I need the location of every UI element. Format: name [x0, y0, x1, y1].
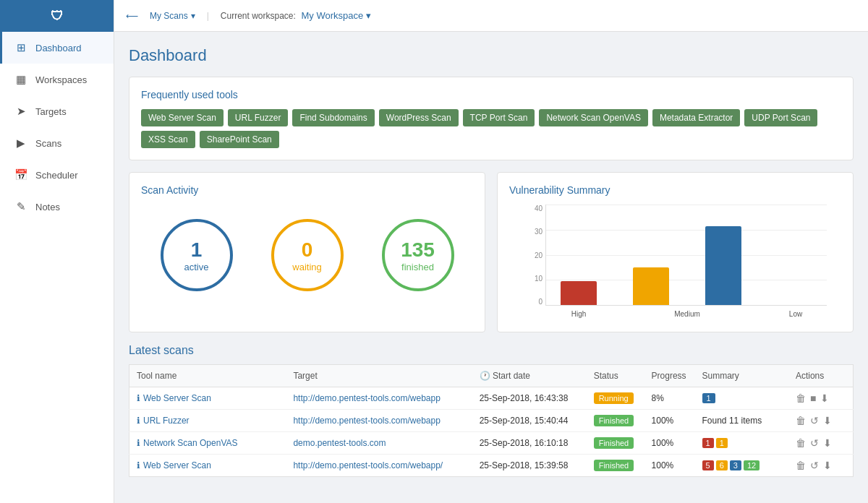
download-icon[interactable]: ⬇ [823, 460, 832, 471]
bar-low-group: Low [705, 226, 741, 305]
sidebar-item-targets[interactable]: ➤ Targets [0, 95, 114, 127]
refresh-icon[interactable]: ↺ [810, 415, 819, 426]
refresh-icon[interactable]: ↺ [810, 460, 819, 471]
download-icon[interactable]: ⬇ [823, 415, 832, 426]
cell-date: 25-Sep-2018, 16:10:18 [472, 432, 587, 455]
target-link[interactable]: demo.pentest-tools.com [293, 438, 386, 448]
status-badge: Finished [594, 460, 634, 471]
sidebar: 🛡 ⊞ Dashboard ▦ Workspaces ➤ Targets ▶ S… [0, 0, 114, 503]
tool-button-url-fuzzer[interactable]: URL Fuzzer [228, 109, 289, 126]
tool-button-find-subdomains[interactable]: Find Subdomains [292, 109, 374, 126]
tool-button-wordpress-scan[interactable]: WordPress Scan [379, 109, 459, 126]
refresh-icon[interactable]: ↺ [810, 437, 819, 449]
col-header-tool: Tool name [129, 365, 286, 387]
circles-row: 1 active 0 waiting 135 finished [141, 205, 473, 306]
sidebar-item-workspaces[interactable]: ▦ Workspaces [0, 64, 114, 95]
scan-activity-title: Scan Activity [141, 184, 473, 196]
cell-actions: 🗑■⬇ [788, 387, 854, 410]
cell-summary: Found 11 items [695, 410, 788, 432]
tool-button-sharepoint-scan[interactable]: SharePoint Scan [200, 131, 279, 148]
col-header-date: 🕐 Start date [472, 365, 587, 387]
sidebar-label-scans: Scans [35, 138, 61, 149]
finished-label: finished [401, 262, 434, 272]
action-icons: 🗑↺⬇ [796, 437, 846, 449]
cell-status: Finished [587, 410, 644, 432]
tool-button-tcp-port-scan[interactable]: TCP Port Scan [463, 109, 535, 126]
cell-target: http://demo.pentest-tools.com/webapp [286, 387, 472, 410]
nav-divider: | [207, 11, 209, 21]
summary-badge: 1 [702, 393, 715, 403]
target-link[interactable]: http://demo.pentest-tools.com/webapp/ [293, 460, 443, 470]
tool-link[interactable]: Web Server Scan [143, 460, 211, 470]
top-nav: ⟵ My Scans ▾ | Current workspace: My Wor… [114, 0, 868, 32]
tool-button-metadata-extractor[interactable]: Metadata Extractor [652, 109, 740, 126]
page-title: Dashboard [129, 46, 854, 65]
cell-actions: 🗑↺⬇ [788, 432, 854, 455]
table-row: ℹNetwork Scan OpenVASdemo.pentest-tools.… [129, 432, 854, 455]
frequently-used-title: Frequently used tools [141, 89, 841, 100]
cell-progress: 100% [644, 455, 695, 477]
y-axis-40: 40 [516, 205, 542, 212]
waiting-count: 0 [302, 238, 313, 262]
cell-progress: 8% [644, 387, 695, 410]
dashboard-icon: ⊞ [14, 40, 28, 55]
workspace-name: My Workspace [301, 10, 363, 21]
waiting-circle-item: 0 waiting [271, 219, 344, 291]
breadcrumb-label: My Scans [150, 11, 188, 21]
sidebar-item-dashboard[interactable]: ⊞ Dashboard [0, 32, 114, 64]
y-axis-10: 10 [516, 275, 542, 283]
active-count: 1 [191, 238, 203, 262]
delete-icon[interactable]: 🗑 [796, 437, 806, 449]
cell-date: 25-Sep-2018, 15:40:44 [472, 410, 587, 432]
cell-date: 25-Sep-2018, 15:39:58 [472, 455, 587, 477]
tool-link[interactable]: Network Scan OpenVAS [143, 438, 238, 448]
scan-activity-card: Scan Activity 1 active 0 waiting [129, 172, 485, 332]
target-link[interactable]: http://demo.pentest-tools.com/webapp [293, 393, 440, 403]
delete-icon[interactable]: 🗑 [796, 392, 806, 404]
summary-nums: 11 [702, 438, 781, 448]
sidebar-label-dashboard: Dashboard [35, 43, 82, 53]
download-icon[interactable]: ⬇ [820, 392, 829, 404]
stop-icon[interactable]: ■ [810, 392, 816, 404]
sidebar-item-scans[interactable]: ▶ Scans [0, 127, 114, 159]
scheduler-icon: 📅 [14, 168, 28, 182]
tool-button-xss-scan[interactable]: XSS Scan [141, 131, 195, 148]
cell-progress: 100% [644, 410, 695, 432]
finished-circle-item: 135 finished [382, 219, 454, 291]
tool-link[interactable]: URL Fuzzer [143, 416, 190, 426]
summary-nums: 56312 [702, 460, 781, 470]
bar-low-label: Low [789, 310, 802, 318]
back-button[interactable]: ⟵ [126, 11, 138, 21]
bar-medium-group: Medium [633, 267, 669, 305]
col-header-progress: Progress [644, 365, 695, 387]
col-header-status: Status [587, 365, 644, 387]
active-label: active [184, 262, 209, 272]
cell-actions: 🗑↺⬇ [788, 455, 854, 477]
action-icons: 🗑↺⬇ [796, 460, 846, 471]
info-icon: ℹ [137, 460, 140, 470]
cell-summary: 11 [695, 432, 788, 455]
cell-status: Finished [587, 432, 644, 455]
cell-tool: ℹNetwork Scan OpenVAS [129, 432, 286, 455]
sidebar-label-targets: Targets [35, 106, 67, 117]
bar-high-group: High [561, 281, 597, 305]
sidebar-item-scheduler[interactable]: 📅 Scheduler [0, 159, 114, 191]
target-link[interactable]: http://demo.pentest-tools.com/webapp [293, 416, 440, 426]
action-icons: 🗑↺⬇ [796, 415, 846, 426]
workspace-selector[interactable]: Current workspace: My Workspace ▾ [221, 10, 371, 21]
y-axis-0: 0 [516, 298, 542, 306]
tool-button-udp-port-scan[interactable]: UDP Port Scan [744, 109, 817, 126]
app-logo: 🛡 [0, 0, 114, 32]
delete-icon[interactable]: 🗑 [796, 460, 806, 471]
tool-button-web-server-scan[interactable]: Web Server Scan [141, 109, 224, 126]
my-scans-breadcrumb[interactable]: My Scans ▾ [150, 11, 195, 21]
tool-button-network-scan-openvas[interactable]: Network Scan OpenVAS [539, 109, 648, 126]
download-icon[interactable]: ⬇ [823, 437, 832, 449]
table-row: ℹWeb Server Scanhttp://demo.pentest-tool… [129, 455, 854, 477]
tool-link[interactable]: Web Server Scan [143, 393, 211, 403]
sidebar-label-notes: Notes [35, 202, 60, 212]
delete-icon[interactable]: 🗑 [796, 415, 806, 426]
summary-num-badge: 5 [702, 460, 714, 470]
sidebar-item-notes[interactable]: ✎ Notes [0, 191, 114, 223]
sidebar-label-scheduler: Scheduler [35, 170, 78, 181]
